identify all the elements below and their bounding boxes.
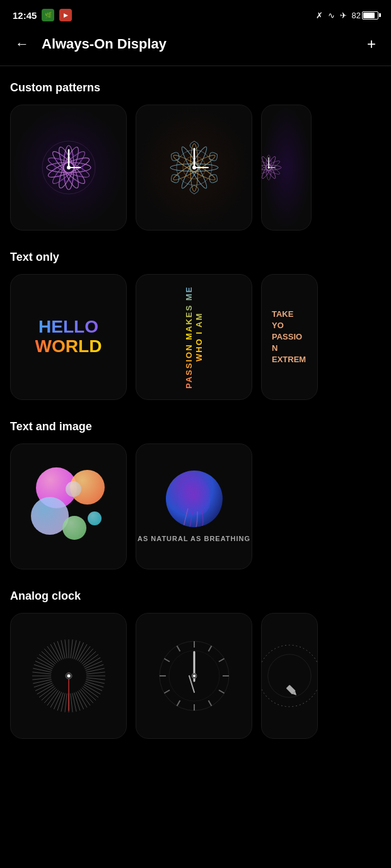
text-only-row: HELLO WORLD PASSION MAKES ME WHO I AM TA… [0, 271, 391, 410]
status-right: ✗ ∿ ✈ 82 [316, 11, 378, 20]
svg-line-79 [33, 680, 51, 683]
battery-fill [363, 13, 375, 18]
svg-line-67 [64, 694, 66, 712]
svg-line-64 [72, 693, 76, 711]
svg-line-95 [64, 639, 66, 658]
text-image-row: AS NATURAL AS BREATHING [0, 441, 391, 580]
text-only-title: Text only [0, 241, 391, 271]
svg-line-105 [218, 690, 224, 694]
svg-line-68 [61, 693, 64, 711]
svg-line-49 [86, 668, 104, 672]
svg-line-50 [86, 672, 105, 674]
svg-line-83 [33, 668, 51, 672]
custom-patterns-title: Custom patterns [0, 71, 391, 102]
analog-clock-card-2[interactable] [136, 613, 252, 739]
custom-patterns-row [0, 102, 391, 241]
svg-line-106 [208, 700, 211, 706]
text-only-card-take[interactable]: TAKE YOPASSIONEXTREM [261, 274, 318, 400]
battery-pct-label: 82 [352, 11, 361, 20]
bubble-grey [66, 481, 81, 497]
analog-clock-svg-3 [262, 635, 317, 717]
bluetooth-icon: ✗ [316, 11, 323, 20]
svg-line-93 [57, 641, 63, 660]
back-button[interactable]: ← [10, 33, 34, 55]
svg-line-69 [57, 693, 63, 711]
svg-line-80 [32, 678, 51, 680]
svg-line-94 [61, 640, 64, 658]
airplane-icon: ✈ [340, 11, 347, 20]
svg-line-38 [72, 640, 76, 658]
analog-clock-title: Analog clock [0, 580, 391, 610]
svg-line-108 [177, 700, 180, 706]
analog-clock-card-1[interactable] [10, 613, 127, 739]
text-only-card-hello[interactable]: HELLO WORLD [10, 274, 127, 400]
passion-text-display: PASSION MAKES ME WHO I AM [184, 275, 204, 399]
svg-point-116 [193, 675, 196, 677]
svg-point-35 [267, 166, 269, 168]
mandala-svg-2 [150, 123, 238, 212]
status-left: 12:45 🌿 ▶ [13, 9, 72, 21]
page-title: Always-On Display [42, 36, 354, 52]
mandala-svg-3 [262, 123, 311, 212]
take-passion-display: TAKE YOPASSIONEXTREM [262, 299, 317, 376]
text-image-bubbles-card[interactable] [10, 443, 127, 569]
svg-line-53 [86, 680, 104, 683]
bubble-green [62, 516, 86, 540]
header-divider [0, 66, 391, 66]
status-time: 12:45 [13, 10, 37, 21]
app-icon-1: 🌿 [42, 9, 54, 21]
bubble-teal [88, 511, 102, 525]
svg-line-84 [33, 665, 52, 670]
svg-line-39 [74, 641, 79, 660]
mandala-svg-1 [25, 123, 113, 212]
svg-line-112 [177, 646, 180, 651]
svg-line-109 [164, 690, 170, 694]
analog-clock-row [0, 610, 391, 749]
svg-line-63 [74, 693, 79, 711]
hello-world-display: HELLO WORLD [35, 317, 102, 357]
text-image-title: Text and image [0, 410, 391, 441]
add-button[interactable]: + [362, 33, 381, 55]
world-line: WORLD [35, 337, 102, 357]
battery-icon [362, 11, 378, 20]
app-icon-2: ▶ [59, 9, 72, 21]
svg-point-98 [67, 675, 70, 678]
analog-clock-card-3[interactable] [261, 613, 318, 739]
svg-line-111 [164, 659, 170, 662]
svg-line-65 [70, 694, 72, 712]
svg-point-13 [67, 166, 71, 169]
bubbles-display [25, 462, 113, 551]
text-only-card-passion[interactable]: PASSION MAKES ME WHO I AM [136, 274, 252, 400]
analog-clock-svg-2 [153, 635, 235, 717]
svg-line-54 [85, 682, 103, 687]
svg-line-82 [32, 672, 51, 674]
hello-line: HELLO [35, 317, 102, 337]
jellyfish-display [166, 471, 223, 527]
svg-line-37 [70, 639, 72, 658]
wifi-icon: ∿ [328, 11, 335, 20]
svg-line-78 [33, 682, 52, 687]
battery-indicator: 82 [352, 11, 378, 20]
custom-pattern-card-3[interactable] [261, 105, 312, 231]
analog-clock-svg-1 [28, 635, 110, 717]
as-natural-label: AS NATURAL AS BREATHING [137, 535, 250, 542]
bottom-padding [0, 749, 391, 774]
svg-line-103 [218, 659, 224, 662]
svg-line-102 [208, 646, 211, 651]
jellyfish-svg [166, 471, 223, 527]
text-image-jellyfish-card[interactable]: AS NATURAL AS BREATHING [136, 443, 252, 569]
status-bar: 12:45 🌿 ▶ ✗ ∿ ✈ 82 [0, 0, 391, 28]
page-header: ← Always-On Display + [0, 28, 391, 66]
custom-pattern-card-1[interactable] [10, 105, 127, 231]
svg-line-52 [86, 678, 105, 680]
svg-point-25 [192, 166, 196, 169]
custom-pattern-card-2[interactable] [136, 105, 252, 231]
svg-line-48 [85, 665, 103, 670]
